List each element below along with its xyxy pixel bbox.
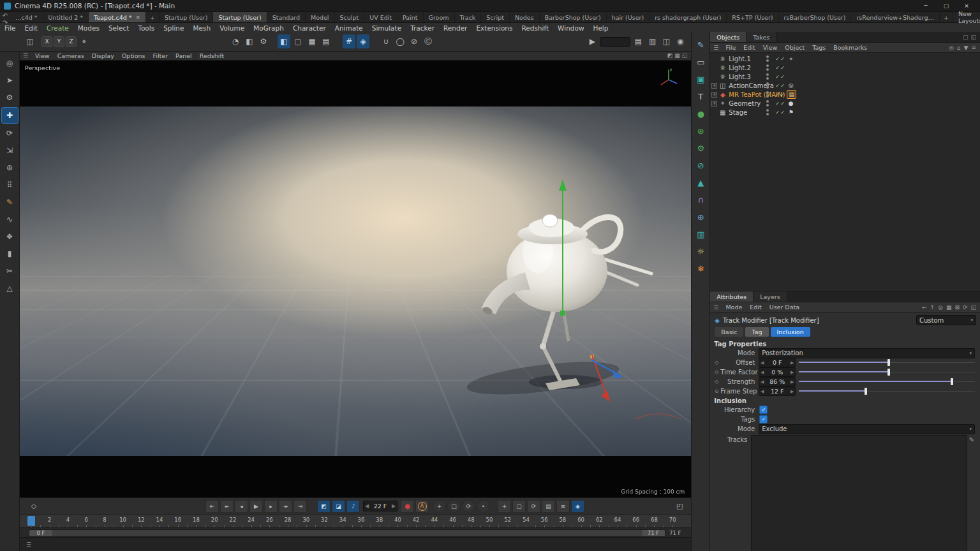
points-mode-icon[interactable]: ⠿ [2,177,18,193]
menu-file[interactable]: File [0,24,20,32]
timeline-play-icon[interactable]: ▶ [586,34,598,48]
frame-tick[interactable]: 48 [468,517,475,523]
visibility-dots[interactable] [766,73,769,80]
render-region-button[interactable]: ◧ [243,34,256,48]
new-layout-button[interactable]: + [940,12,953,22]
up-icon[interactable]: ↑ [930,304,935,311]
enable-check-icon[interactable]: ✓ [775,110,780,115]
render-check-icon[interactable]: ✓ [780,74,785,80]
tracks-list-box[interactable] [751,435,967,551]
frame-tick[interactable]: 26 [266,517,273,523]
quantize-toggle-button[interactable]: ◈ [357,34,369,48]
enable-check-icon[interactable]: ✓ [775,74,780,80]
text-object-icon[interactable]: T [693,89,708,104]
frame-tick[interactable]: 52 [504,517,511,523]
autokey-button[interactable]: A [415,500,429,513]
visibility-dots[interactable] [766,91,769,98]
decrement-arrow[interactable]: ◀ [759,360,765,365]
record-button[interactable]: ● [401,500,414,513]
viewport-3d[interactable]: Perspective y Grid Spacing : 100 cm [20,61,691,497]
layout-tab[interactable]: Nodes [510,12,540,22]
search-icon[interactable]: ◎ [949,45,954,51]
y-axis-lock-button[interactable]: Y [54,36,64,47]
x-axis-lock-button[interactable]: X [41,36,52,47]
keyframe-bullet-icon[interactable]: ◇ [713,379,720,385]
workplane-icon[interactable]: ◯ [394,34,406,48]
objects-menu-file[interactable]: File [722,44,739,51]
attributes-menu-user-data[interactable]: User Data [766,304,803,311]
inclusion-mode-dropdown[interactable]: Exclude ▾ [759,424,975,434]
layout-tab[interactable]: rsBarberShop (User) [779,12,852,22]
material-manager-icon[interactable]: ▥ [646,34,658,48]
sound-toggle-button[interactable]: ♪ [346,500,360,513]
layout-tab[interactable]: hair (User) [607,12,650,22]
increment-arrow[interactable]: ▶ [789,379,795,385]
knife-tool-icon[interactable]: ✂ [2,263,18,279]
frame-tick[interactable]: 56 [541,517,548,523]
menu-tracker[interactable]: Tracker [406,24,439,32]
enable-check-icon[interactable]: ✓ [775,101,780,107]
select-tool-icon[interactable]: ➤ [2,73,18,88]
viewport-menu-filter[interactable]: Filter [149,52,172,59]
parameter-slider[interactable] [799,368,975,376]
enable-check-icon[interactable]: ✓ [775,92,780,98]
field-icon[interactable]: ∩ [693,192,708,207]
objects-menu-view[interactable]: View [759,44,782,51]
objects-menu-bookmarks[interactable]: Bookmarks [829,44,871,51]
deformer-icon[interactable]: ⊘ [693,158,708,173]
render-check-icon[interactable]: ✓ [780,65,785,71]
key-rotation-filter[interactable]: ⟳ [527,500,540,513]
tab-attributes[interactable]: Attributes [710,291,754,302]
viewport-menu-display[interactable]: Display [88,52,118,59]
expander-icon[interactable]: + [711,92,717,98]
object-mode-button[interactable]: ▢ [292,34,304,48]
viewport-menu-panel[interactable]: Panel [172,52,196,59]
frame-tick[interactable]: 16 [174,517,181,523]
expander-icon[interactable]: + [711,101,717,107]
subdivision-surface-icon[interactable]: ● [693,106,708,121]
move-tool-icon[interactable]: ✚ [1,107,19,124]
axis-tool-icon[interactable]: ⊕ [2,160,18,175]
layout-tab[interactable]: Track [455,12,482,22]
modeling-tool-icon[interactable]: ❖ [2,229,18,244]
frame-tick[interactable]: 6 [84,517,87,523]
frame-prev-arrow[interactable]: ◀ [364,503,370,509]
light-object-icon[interactable]: ☼ [693,244,708,259]
frame-tick[interactable]: 62 [596,517,603,523]
object-label[interactable]: Light.3 [729,73,751,80]
subtab-basic[interactable]: Basic [715,327,743,337]
subtab-inclusion[interactable]: Inclusion [771,327,810,337]
hierarchy-checkbox[interactable]: ✓ [759,406,768,414]
object-label[interactable]: Light.2 [729,64,751,71]
lock-icon[interactable]: ⊠ [954,304,960,311]
panel-layout-icon[interactable]: ◱ [682,52,688,59]
visibility-dots[interactable] [766,64,769,71]
tags-checkbox[interactable]: ✓ [759,415,768,423]
frame-tick[interactable]: 64 [614,517,621,523]
frame-tick[interactable]: 8 [103,517,106,523]
value-field[interactable]: ◀0 %▶ [759,367,796,377]
snap-key-button[interactable]: ◈ [571,500,584,513]
frame-next-arrow[interactable]: ▶ [390,503,397,509]
objects-menu-object[interactable]: Object [781,44,808,51]
frame-tick[interactable]: 38 [376,517,383,523]
object-label[interactable]: Light.1 [729,55,751,62]
record-rotation-button[interactable]: ⟳ [462,500,475,513]
object-label[interactable]: Stage [729,109,747,116]
render-check-icon[interactable]: ✓ [780,83,785,89]
close-button[interactable]: × [957,1,976,11]
increment-arrow[interactable]: ▶ [789,370,795,375]
display-mode-icon[interactable]: ◩ [667,52,673,59]
loop-mode-button[interactable]: ◪ [332,500,345,513]
timeline-ruler[interactable]: 0246810121416182022242628303234363840424… [20,514,691,527]
workplane-mode-button[interactable]: ▤ [320,34,332,48]
undock-icon[interactable]: ◱ [970,34,976,40]
menu-animate[interactable]: Animate [330,24,368,32]
prev-key-button[interactable]: ↞ [220,500,234,513]
layout-tab[interactable]: rs shadergraph (User) [650,12,727,22]
viewport-menu-redshift[interactable]: Redshift [196,52,228,59]
layout-tab[interactable]: Model [306,12,335,22]
viewport-menu-options[interactable]: Options [118,52,149,59]
value-field[interactable]: ◀12 F▶ [759,386,796,396]
visibility-dots[interactable] [766,55,769,62]
